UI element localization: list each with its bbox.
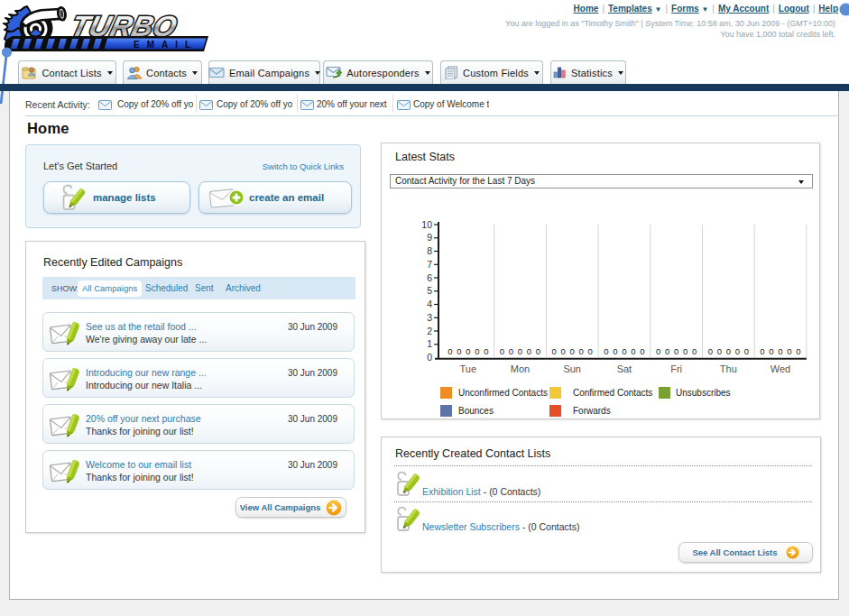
svg-text:0: 0 xyxy=(536,346,540,356)
svg-text:10: 10 xyxy=(421,219,432,230)
svg-text:0: 0 xyxy=(518,346,522,356)
svg-text:0: 0 xyxy=(778,346,782,356)
svg-text:Sat: Sat xyxy=(617,363,632,374)
svg-text:7: 7 xyxy=(427,259,432,270)
svg-text:0: 0 xyxy=(457,346,461,356)
svg-text:0: 0 xyxy=(448,346,452,356)
svg-text:0: 0 xyxy=(579,346,584,356)
svg-text:0: 0 xyxy=(640,346,644,356)
svg-text:0: 0 xyxy=(769,346,773,356)
svg-text:0: 0 xyxy=(708,346,713,356)
svg-text:0: 0 xyxy=(500,346,504,356)
svg-text:0: 0 xyxy=(760,346,764,356)
svg-text:3: 3 xyxy=(427,312,432,323)
svg-text:0: 0 xyxy=(692,346,697,356)
svg-text:0: 0 xyxy=(787,346,791,356)
svg-text:0: 0 xyxy=(588,346,593,356)
svg-text:0: 0 xyxy=(622,346,626,356)
svg-text:2: 2 xyxy=(427,326,432,336)
svg-text:0: 0 xyxy=(475,346,479,356)
svg-text:4: 4 xyxy=(427,299,432,309)
svg-text:8: 8 xyxy=(427,245,432,256)
svg-text:0: 0 xyxy=(613,346,617,356)
svg-text:0: 0 xyxy=(674,346,678,356)
svg-text:Mon: Mon xyxy=(511,363,530,374)
svg-text:Sun: Sun xyxy=(563,363,581,374)
svg-text:0: 0 xyxy=(484,346,488,356)
svg-text:1: 1 xyxy=(427,338,432,349)
svg-text:Wed: Wed xyxy=(771,363,790,374)
svg-text:0: 0 xyxy=(561,346,566,356)
svg-text:0: 0 xyxy=(726,346,731,356)
svg-text:0: 0 xyxy=(735,346,740,356)
svg-text:0: 0 xyxy=(631,346,635,356)
svg-text:0: 0 xyxy=(744,346,749,356)
svg-text:0: 0 xyxy=(796,346,800,356)
svg-text:0: 0 xyxy=(466,346,470,356)
svg-text:Tue: Tue xyxy=(460,363,477,374)
svg-text:0: 0 xyxy=(552,346,557,356)
svg-text:6: 6 xyxy=(427,272,432,283)
svg-text:0: 0 xyxy=(527,346,531,356)
svg-text:EMAIL: EMAIL xyxy=(134,40,198,50)
svg-text:0: 0 xyxy=(604,346,608,356)
svg-text:0: 0 xyxy=(656,346,660,356)
svg-text:0: 0 xyxy=(570,346,575,356)
svg-text:0: 0 xyxy=(427,352,432,363)
svg-text:9: 9 xyxy=(427,232,432,243)
svg-text:Thu: Thu xyxy=(720,363,737,374)
svg-text:0: 0 xyxy=(665,346,669,356)
svg-text:Fri: Fri xyxy=(670,363,682,374)
svg-text:0: 0 xyxy=(683,346,688,356)
svg-text:5: 5 xyxy=(427,285,432,296)
svg-text:0: 0 xyxy=(717,346,722,356)
svg-text:0: 0 xyxy=(509,346,513,356)
